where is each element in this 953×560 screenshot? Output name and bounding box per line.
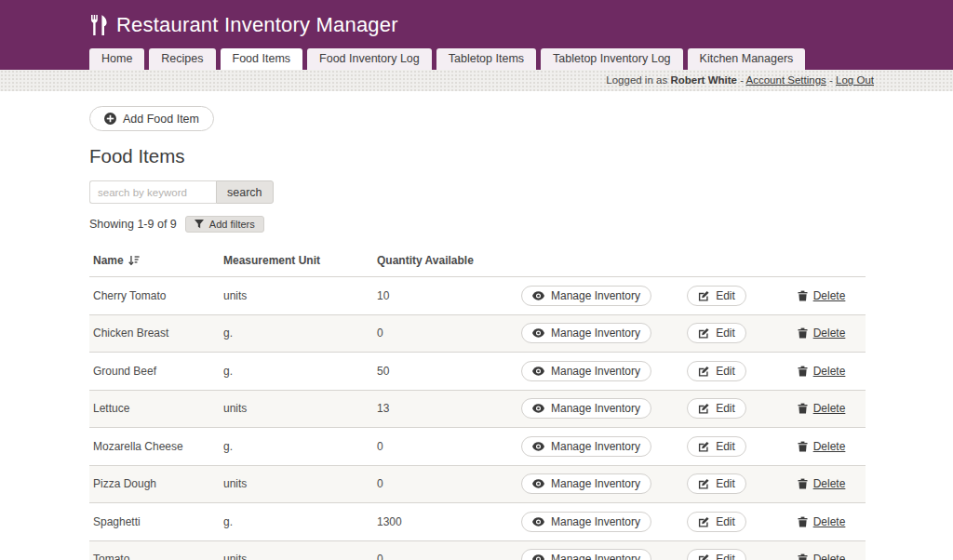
trash-icon <box>798 403 808 414</box>
cell-qty: 0 <box>377 477 517 490</box>
delete-link[interactable]: Delete <box>798 440 846 453</box>
eye-icon <box>532 404 544 413</box>
manage-inventory-button[interactable]: Manage Inventory <box>521 286 651 306</box>
tab-food-items[interactable]: Food Items <box>221 48 303 70</box>
logout-link[interactable]: Log Out <box>836 74 874 86</box>
nav-tabs: HomeRecipesFood ItemsFood Inventory LogT… <box>89 48 805 70</box>
table-row: Ground Beef g. 50 Manage Inventory Edit <box>89 353 866 391</box>
food-items-table: Name Measurement Unit Quantity Available <box>89 244 866 560</box>
cell-unit: units <box>223 289 377 302</box>
cell-name: Pizza Dough <box>89 477 223 490</box>
table-row: Pizza Dough units 0 Manage Inventory Edi… <box>89 466 866 504</box>
search-button[interactable]: search <box>216 180 274 204</box>
manage-inventory-button[interactable]: Manage Inventory <box>521 512 651 532</box>
tab-home[interactable]: Home <box>89 48 144 70</box>
column-header-qty[interactable]: Quantity Available <box>377 254 517 267</box>
cell-qty: 13 <box>377 402 517 415</box>
edit-button[interactable]: Edit <box>687 473 746 494</box>
account-settings-link[interactable]: Account Settings <box>746 74 826 86</box>
cell-qty: 0 <box>377 553 517 560</box>
search-input[interactable] <box>89 180 216 204</box>
trash-icon <box>798 327 808 339</box>
table-row: Spaghetti g. 1300 Manage Inventory Edit <box>89 503 866 541</box>
manage-inventory-button[interactable]: Manage Inventory <box>521 361 651 381</box>
tab-tabletop-inventory-log[interactable]: Tabletop Inventory Log <box>541 48 682 70</box>
delete-link[interactable]: Delete <box>798 515 846 528</box>
tab-kitchen-managers[interactable]: Kitchen Managers <box>688 48 806 70</box>
add-filters-button[interactable]: Add filters <box>185 216 264 233</box>
table-header-row: Name Measurement Unit Quantity Available <box>89 244 866 277</box>
cell-name: Mozarella Cheese <box>89 440 223 453</box>
delete-link[interactable]: Delete <box>798 289 846 302</box>
username: Robert White <box>670 74 737 86</box>
edit-icon <box>698 441 709 452</box>
delete-link[interactable]: Delete <box>798 327 846 340</box>
delete-link[interactable]: Delete <box>798 553 846 560</box>
trash-icon <box>798 516 808 527</box>
app-header: Restaurant Inventory Manager HomeRecipes… <box>0 0 953 70</box>
eye-icon <box>532 442 544 451</box>
edit-button[interactable]: Edit <box>687 361 746 381</box>
column-header-unit[interactable]: Measurement Unit <box>223 254 377 267</box>
filter-icon <box>195 220 204 229</box>
edit-icon <box>698 290 709 301</box>
edit-button[interactable]: Edit <box>687 436 746 457</box>
trash-icon <box>798 290 808 301</box>
manage-inventory-button[interactable]: Manage Inventory <box>521 473 651 494</box>
edit-button[interactable]: Edit <box>687 286 746 306</box>
plus-circle-icon <box>104 113 116 125</box>
eye-icon <box>532 367 544 376</box>
sort-icon <box>128 255 140 266</box>
eye-icon <box>532 554 544 560</box>
user-bar: Logged in as Robert White - Account Sett… <box>0 70 953 91</box>
logged-in-text: Logged in as <box>606 74 667 86</box>
cell-name: Cherry Tomato <box>89 289 223 302</box>
table-row: Lettuce units 13 Manage Inventory Edit <box>89 391 866 429</box>
delete-link[interactable]: Delete <box>798 365 846 378</box>
eye-icon <box>532 479 544 488</box>
edit-icon <box>698 366 709 377</box>
app-title: Restaurant Inventory Manager <box>116 13 398 37</box>
delete-link[interactable]: Delete <box>798 477 846 490</box>
cell-name: Tomato <box>89 553 223 560</box>
edit-button[interactable]: Edit <box>687 398 746 419</box>
tab-food-inventory-log[interactable]: Food Inventory Log <box>307 48 432 70</box>
delete-link[interactable]: Delete <box>798 402 846 415</box>
manage-inventory-button[interactable]: Manage Inventory <box>521 323 651 343</box>
cell-qty: 10 <box>377 289 517 302</box>
column-header-name[interactable]: Name <box>89 254 223 267</box>
edit-icon <box>698 553 709 560</box>
add-food-item-button[interactable]: Add Food Item <box>89 106 214 131</box>
eye-icon <box>532 328 544 338</box>
cell-unit: g. <box>223 515 377 528</box>
edit-button[interactable]: Edit <box>687 512 746 532</box>
manage-inventory-button[interactable]: Manage Inventory <box>521 398 651 419</box>
edit-icon <box>698 403 709 414</box>
trash-icon <box>798 441 808 452</box>
brand: Restaurant Inventory Manager <box>90 13 398 37</box>
trash-icon <box>798 478 808 489</box>
cell-name: Ground Beef <box>89 365 223 378</box>
page-title: Food Items <box>89 145 866 167</box>
edit-button[interactable]: Edit <box>687 549 746 560</box>
cell-unit: units <box>223 477 377 490</box>
cell-unit: g. <box>223 365 377 378</box>
cell-qty: 0 <box>377 440 517 453</box>
trash-icon <box>798 553 808 560</box>
search-bar: search <box>89 180 866 204</box>
tab-recipes[interactable]: Recipes <box>149 48 215 70</box>
manage-inventory-button[interactable]: Manage Inventory <box>521 436 651 457</box>
table-row: Tomato units 0 Manage Inventory Edit <box>89 541 866 560</box>
tab-tabletop-items[interactable]: Tabletop Items <box>436 48 536 70</box>
cell-name: Lettuce <box>89 402 223 415</box>
cell-name: Spaghetti <box>89 515 223 528</box>
table-body: Cherry Tomato units 10 Manage Inventory … <box>89 277 866 560</box>
manage-inventory-button[interactable]: Manage Inventory <box>521 549 651 560</box>
add-food-item-label: Add Food Item <box>123 113 199 126</box>
edit-icon <box>698 327 709 339</box>
cell-name: Chicken Breast <box>89 327 223 340</box>
add-filters-label: Add filters <box>209 219 255 230</box>
edit-button[interactable]: Edit <box>687 323 746 343</box>
table-row: Cherry Tomato units 10 Manage Inventory … <box>89 277 866 315</box>
table-row: Chicken Breast g. 0 Manage Inventory Edi… <box>89 315 866 353</box>
